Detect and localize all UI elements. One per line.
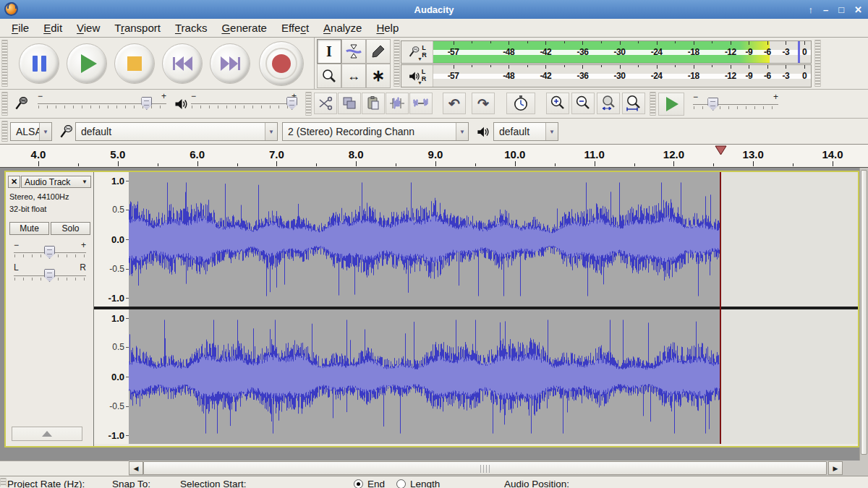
db-tick: [564, 65, 565, 67]
mixer-toolbar-grip[interactable]: [1, 92, 8, 116]
selection-tool-button[interactable]: I: [317, 39, 341, 64]
device-toolbar-grip[interactable]: [1, 121, 8, 142]
mute-button[interactable]: Mute: [9, 222, 49, 235]
menu-item-edit[interactable]: Edit: [36, 20, 69, 36]
collapse-track-button[interactable]: [12, 427, 82, 441]
redo-button[interactable]: ↷: [472, 93, 495, 114]
scroll-right-arrow[interactable]: ▶: [828, 461, 843, 475]
close-track-button[interactable]: ✕: [8, 176, 20, 188]
waveform-right-channel[interactable]: [129, 309, 858, 444]
solo-button[interactable]: Solo: [51, 222, 90, 235]
skip-to-start-icon: [173, 56, 192, 71]
vertical-scale-left-channel[interactable]: 1.00.50.0-0.5-1.0: [94, 172, 129, 307]
menu-item-file[interactable]: File: [4, 20, 36, 36]
db-tick: [786, 41, 786, 45]
menu-item-help[interactable]: Help: [369, 20, 406, 36]
fit-selection-button[interactable]: [597, 93, 620, 114]
close-window-icon[interactable]: ✕: [854, 5, 862, 14]
vertical-scrollbar-thumb[interactable]: [861, 170, 867, 455]
draw-tool-button[interactable]: [366, 39, 391, 64]
ruler-label: 8.0: [349, 148, 364, 160]
trim-audio-button[interactable]: [386, 93, 409, 114]
recording-channels-select[interactable]: 2 (Stereo) Recording Chann▼: [282, 122, 469, 141]
length-radio[interactable]: [396, 479, 406, 488]
zoom-tool-button[interactable]: [317, 64, 341, 88]
minimize-window-icon[interactable]: –: [823, 5, 828, 14]
input-volume-slider[interactable]: −+: [38, 96, 166, 112]
menu-item-view[interactable]: View: [69, 20, 107, 36]
playback-device-select[interactable]: default▼: [493, 122, 558, 141]
ruler-label: 14.0: [822, 148, 843, 160]
output-volume-slider[interactable]: −+: [191, 96, 297, 112]
length-radio-label[interactable]: Length: [410, 479, 440, 488]
snap-to-label: Snap To:: [112, 479, 150, 488]
timer-record-button[interactable]: [506, 93, 535, 114]
vertical-scrollbar[interactable]: [859, 168, 868, 461]
horizontal-scrollbar-thumb[interactable]: [143, 461, 827, 475]
recording-meter[interactable]: ▼ LR -57-48-42-36-30-24-18-12-9-6-30: [401, 40, 812, 64]
timeline-cursor-marker[interactable]: [715, 145, 727, 155]
fit-project-button[interactable]: [622, 93, 645, 114]
menu-item-transport[interactable]: Transport: [107, 20, 168, 36]
play-at-speed-button[interactable]: [658, 93, 684, 116]
meter-dropdown-arrow-icon[interactable]: ▼: [417, 56, 422, 61]
playback-cursor: [720, 172, 721, 444]
meter-toolbar-grip[interactable]: [393, 40, 400, 87]
transport-toolbar-grip[interactable]: [1, 40, 8, 87]
record-button[interactable]: [259, 41, 304, 86]
transcription-toolbar-grip[interactable]: [650, 92, 656, 116]
pause-button[interactable]: [19, 43, 59, 84]
skip-to-end-button[interactable]: [210, 43, 250, 84]
ruler-label: 9.0: [428, 148, 443, 160]
timeline-ruler[interactable]: 4.05.06.07.08.09.010.011.012.013.014.0: [0, 145, 868, 168]
skip-to-start-button[interactable]: [162, 43, 203, 84]
scroll-left-arrow[interactable]: ◀: [129, 461, 143, 475]
amplitude-label: -1.0: [109, 430, 124, 441]
audio-host-select[interactable]: ALSA▼: [10, 122, 52, 141]
time-shift-tool-button[interactable]: ↔: [341, 64, 366, 88]
maximize-window-icon[interactable]: □: [838, 5, 844, 14]
silence-audio-button[interactable]: [409, 93, 433, 114]
track-area: ✕ Audio Track▼ Stereo, 44100Hz 32-bit fl…: [0, 168, 868, 461]
play-button[interactable]: [67, 43, 107, 84]
db-label: -36: [576, 71, 588, 81]
edit-toolbar-grip[interactable]: [305, 92, 312, 116]
audio-track[interactable]: ✕ Audio Track▼ Stereo, 44100Hz 32-bit fl…: [4, 171, 859, 448]
ruler-tick: [595, 161, 595, 166]
play-speed-slider[interactable]: −+: [693, 97, 778, 113]
meter-dropdown-arrow-icon[interactable]: ▼: [417, 80, 422, 85]
multi-tool-button[interactable]: ∗: [366, 64, 391, 88]
track-pan-slider[interactable]: LR: [14, 268, 86, 284]
paste-button[interactable]: [362, 93, 385, 114]
end-radio-label[interactable]: End: [367, 479, 385, 488]
timer-record-icon: [512, 95, 529, 112]
meter-right-grip[interactable]: [814, 40, 821, 87]
recording-device-select[interactable]: default▼: [75, 122, 278, 141]
zoom-out-button[interactable]: [571, 93, 595, 114]
waveform-left-channel[interactable]: [129, 172, 858, 307]
menu-item-effect[interactable]: Effect: [274, 20, 316, 36]
envelope-tool-button[interactable]: [341, 39, 366, 64]
db-tick: [545, 41, 546, 45]
horizontal-scrollbar[interactable]: ◀ ▶: [0, 461, 868, 476]
db-label: 0: [802, 47, 807, 57]
track-gain-slider[interactable]: −+: [14, 245, 86, 261]
menu-item-analyze[interactable]: Analyze: [316, 20, 369, 36]
vertical-scale-right-channel[interactable]: 1.00.50.0-0.5-1.0: [94, 309, 129, 444]
stop-button[interactable]: [114, 43, 155, 84]
undo-button[interactable]: ↶: [443, 93, 466, 114]
playback-meter[interactable]: ▼ LR -57-48-42-36-30-24-18-12-9-6-30: [401, 64, 812, 87]
ruler-tick: [197, 161, 198, 166]
shade-window-icon[interactable]: ↑: [809, 5, 814, 14]
record-icon: [272, 54, 291, 73]
cut-button[interactable]: [314, 93, 337, 114]
zoom-in-button[interactable]: [546, 93, 569, 114]
menu-item-tracks[interactable]: Tracks: [168, 20, 214, 36]
track-name-menu[interactable]: Audio Track▼: [21, 176, 91, 188]
end-radio[interactable]: [354, 479, 363, 488]
db-label: -57: [448, 47, 459, 57]
copy-button[interactable]: [338, 93, 361, 114]
ruler-tick-minor: [316, 163, 317, 166]
menu-item-generate[interactable]: Generate: [214, 20, 274, 36]
ruler-label: 13.0: [743, 148, 764, 160]
